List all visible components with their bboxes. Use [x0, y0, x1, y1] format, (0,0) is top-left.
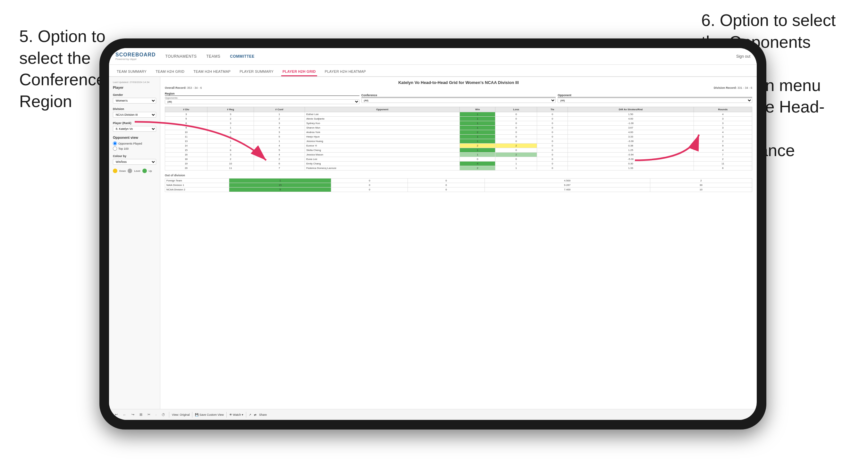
grid-btn[interactable]: ⊞: [138, 412, 144, 417]
opponent-select[interactable]: (All): [558, 98, 752, 103]
sidebar-player-title: Player: [113, 86, 156, 89]
radio-top100-input[interactable]: [113, 147, 117, 151]
radio-opponents-played-label: Opponents Played: [118, 142, 142, 145]
table-row: 19 10 6 Emily Chang 4 1 0 0.30 11: [165, 161, 752, 166]
cell-conf: 1: [254, 112, 305, 117]
cell-diff: 4.00: [568, 117, 694, 121]
cell-opponent: Sharon Mun: [305, 126, 460, 130]
sub-nav-player-summary[interactable]: PLAYER SUMMARY: [238, 68, 275, 76]
sidebar-player-rank-section: Player (Rank) 8. Katelyn Vo: [113, 122, 156, 132]
cell-div: 14: [165, 144, 208, 148]
nav-item-committee[interactable]: COMMITTEE: [230, 53, 255, 60]
save-custom-view-btn[interactable]: 💾 Save Custom View: [195, 413, 223, 416]
region-select[interactable]: (All): [165, 99, 360, 104]
cell-rounds: 4: [693, 112, 752, 117]
toolbar-divider2: [192, 412, 192, 418]
redo-btn[interactable]: ↪: [130, 412, 136, 417]
sub-nav-player-h2h-heatmap[interactable]: PLAYER H2H HEATMAP: [323, 68, 367, 76]
dot-btn[interactable]: ·: [154, 412, 158, 417]
clock-btn[interactable]: ⏱: [160, 412, 166, 417]
back-btn[interactable]: ←: [122, 412, 128, 417]
cell-conf: 5: [254, 135, 305, 139]
share-btn[interactable]: ↗: [249, 413, 251, 416]
logo-area: SCOREBOARD Powered by clippd: [116, 52, 156, 61]
radio-top100[interactable]: Top 100: [113, 147, 156, 151]
cell-loss: 0: [495, 130, 537, 135]
cell-div: 15: [165, 148, 208, 153]
cell-conf: 2: [254, 157, 305, 161]
cell-out-opponent: Foreign Team: [165, 179, 229, 183]
cell-out-win: 5: [229, 187, 331, 192]
sign-out[interactable]: Sign out: [736, 54, 750, 59]
division-select[interactable]: NCAA Division III: [113, 112, 156, 118]
cell-diff: -5.00: [568, 157, 694, 161]
main-table: # Div # Reg # Conf Opponent Win Loss Tie…: [165, 107, 752, 170]
filter-conference-section: Conference (All): [361, 94, 556, 103]
conference-select[interactable]: (All): [361, 98, 556, 103]
table-row: 5 2 2 Alexis Sudjianto 1 0 0 4.00 3: [165, 117, 752, 121]
cell-rounds: 4: [693, 148, 752, 153]
cell-win: 1: [460, 135, 495, 139]
cell-loss: 0: [495, 157, 537, 161]
undo-btn[interactable]: ↩: [114, 412, 119, 417]
cell-opponent: Eunice Yi: [305, 144, 460, 148]
cell-div: 16: [165, 153, 208, 157]
cell-loss: 0: [495, 135, 537, 139]
out-of-division-row: NAIA Division 1 15 0 0 9.267 30: [165, 183, 752, 187]
view-original-btn[interactable]: View: Original: [172, 413, 189, 416]
cell-conf: 5: [254, 148, 305, 153]
sub-nav-player-h2h-grid[interactable]: PLAYER H2H GRID: [281, 68, 317, 76]
player-rank-select[interactable]: 8. Katelyn Vo: [113, 126, 156, 132]
cell-conf: 4: [254, 144, 305, 148]
cell-win: 1: [460, 153, 495, 157]
cut-btn[interactable]: ✂: [146, 412, 152, 417]
filter-row: Region Opponents: (All) Conference (All): [165, 92, 752, 104]
filter-opponent-title: Opponent: [558, 94, 752, 97]
cell-tie: 0: [537, 126, 568, 130]
table-row: 11 2 5 Heejo Hyun 1 0 0 3.33 3: [165, 135, 752, 139]
cell-diff: 3.67: [568, 126, 694, 130]
cell-rounds: 6: [693, 166, 752, 170]
gender-select[interactable]: Women's: [113, 98, 156, 103]
sidebar-gender-label: Gender: [113, 93, 156, 96]
cell-div: 11: [165, 135, 208, 139]
radio-opponents-played[interactable]: Opponents Played: [113, 142, 156, 146]
nav-item-teams[interactable]: TEAMS: [207, 53, 221, 60]
cell-tie: 0: [537, 144, 568, 148]
watch-btn[interactable]: 👁 Watch ▾: [229, 413, 243, 416]
sidebar-opponent-title: Opponent view: [113, 135, 156, 139]
cell-reg: 3: [208, 153, 254, 157]
nav-item-tournaments[interactable]: TOURNAMENTS: [165, 53, 197, 60]
sub-nav-team-summary[interactable]: TEAM SUMMARY: [116, 68, 148, 76]
division-record-value: 331 - 34 - 6: [738, 86, 752, 89]
filter-region-title: Region: [165, 92, 360, 96]
overall-record-label: Overall Record:: [165, 86, 186, 89]
radio-opponents-played-input[interactable]: [113, 142, 117, 146]
cell-diff: -0.94: [568, 153, 694, 157]
cell-conf: 2: [254, 117, 305, 121]
cell-rounds: 3: [693, 135, 752, 139]
cell-win: 2: [460, 166, 495, 170]
sidebar-gender-section: Gender Women's: [113, 93, 156, 103]
cell-out-win: 15: [229, 183, 331, 187]
colour-select[interactable]: Win/loss: [113, 159, 156, 165]
cell-out-diff: 4.500: [485, 179, 650, 183]
sub-nav-team-h2h-grid[interactable]: TEAM H2H GRID: [154, 68, 186, 76]
cell-conf: 3: [254, 121, 305, 126]
cell-tie: 0: [537, 117, 568, 121]
cell-tie: 0: [537, 166, 568, 170]
overall-record: Overall Record: 353 - 34 - 6: [165, 86, 202, 89]
tablet-frame: SCOREBOARD Powered by clippd TOURNAMENTS…: [99, 38, 766, 430]
cell-diff: 0.38: [568, 144, 694, 148]
filter-conference-title: Conference: [361, 94, 556, 97]
legend-up-label: Up: [149, 169, 152, 173]
swap-btn[interactable]: ⇄: [254, 413, 256, 416]
cell-win: 0: [460, 157, 495, 161]
cell-loss: 1: [495, 166, 537, 170]
cell-rounds: 11: [693, 161, 752, 166]
nav-items: TOURNAMENTS TEAMS COMMITTEE: [165, 53, 736, 60]
table-row: 16 3 4 Jessica Mason 1 2 0 -0.94 7: [165, 153, 752, 157]
share-text-btn[interactable]: Share: [259, 413, 267, 416]
sub-nav-team-h2h-heatmap[interactable]: TEAM H2H HEATMAP: [192, 68, 232, 76]
cell-rounds: 3: [693, 126, 752, 130]
